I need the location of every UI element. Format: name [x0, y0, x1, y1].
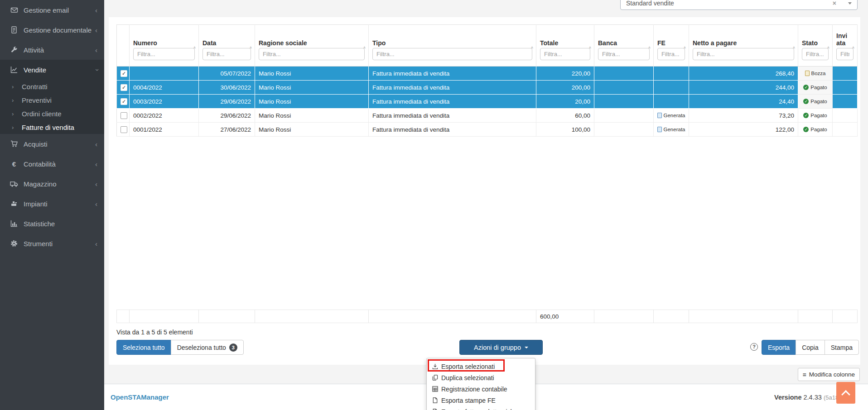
file-icon	[432, 397, 438, 403]
truck-icon	[9, 181, 19, 187]
status-badge: Pagato	[810, 113, 827, 118]
view-select[interactable]: Standard vendite ×	[620, 0, 858, 10]
filter-input-inviata[interactable]	[836, 48, 854, 60]
brand-link[interactable]: OpenSTAManager	[111, 393, 169, 401]
column-header-banca[interactable]: Banca ▲	[594, 25, 654, 67]
sidebar-item-magazzino[interactable]: Magazzino ‹	[0, 174, 104, 194]
data-cell: 29/06/2022	[199, 109, 255, 123]
column-header-inviata[interactable]: Inviata ▲	[833, 25, 858, 67]
sidebar-item-statistiche[interactable]: Statistiche	[0, 214, 104, 234]
deselect-all-button[interactable]: Deseleziona tutto 3	[171, 340, 244, 355]
filter-input-data[interactable]	[203, 48, 251, 60]
copy-button[interactable]: Copia	[796, 340, 825, 355]
sort-icon: ▲	[193, 45, 197, 49]
menu-item-registrazione-contabile[interactable]: Registrazione contabile	[427, 383, 535, 395]
sidebar-item-ordini-cliente[interactable]: › Ordini cliente	[0, 107, 104, 120]
banca-cell	[594, 95, 654, 109]
column-header-netto-a-pagare[interactable]: Netto a pagare ▲	[689, 25, 798, 67]
column-header-ragione-sociale[interactable]: Ragione sociale ▲	[255, 25, 369, 67]
filter-input-fe[interactable]	[657, 48, 685, 60]
numero-cell: 0001/2022	[130, 123, 199, 137]
chevron-up-icon	[841, 390, 850, 399]
menu-item-esporta-fatture-elettroniche[interactable]: Esporta fatture elettroniche	[427, 406, 535, 410]
table-row[interactable]: ✓ 0003/2022 29/06/2022 Mario Rossi Fattu…	[117, 95, 858, 109]
column-header-data[interactable]: Data ▲	[199, 25, 255, 67]
menu-item-esporta-stampe-fe[interactable]: Esporta stampe FE	[427, 395, 535, 406]
chevron-left-icon: ‹	[95, 200, 97, 207]
sidebar-item-label: Gestione documentale	[24, 26, 92, 34]
export-button[interactable]: Esporta	[762, 340, 796, 355]
filter-input-numero[interactable]	[133, 48, 195, 60]
column-header-totale[interactable]: Totale ▲	[536, 25, 594, 67]
chevron-down-icon[interactable]	[848, 2, 852, 5]
data-cell: 30/06/2022	[199, 81, 255, 95]
sidebar-subitem-label: Ordini cliente	[22, 110, 62, 118]
table-row[interactable]: 0002/2022 29/06/2022 Mario Rossi Fattura…	[117, 109, 858, 123]
row-checkbox[interactable]	[121, 112, 127, 119]
table-row[interactable]: 0001/2022 27/06/2022 Mario Rossi Fattura…	[117, 123, 858, 137]
sidebar-item-impianti[interactable]: Impianti ‹	[0, 194, 104, 214]
stato-cell: ✓Pagato	[798, 123, 833, 137]
totals-row: 600,00	[116, 310, 858, 323]
line-chart-icon	[9, 66, 19, 73]
row-checkbox[interactable]	[121, 126, 127, 133]
numero-cell	[130, 67, 199, 81]
fe-badge: Generata	[664, 127, 685, 132]
filter-input-banca[interactable]	[598, 48, 650, 60]
sidebar-item-label: Impianti	[24, 200, 48, 208]
filter-input-netto[interactable]	[693, 48, 794, 60]
stato-cell: ✓Pagato	[798, 95, 833, 109]
sidebar-subitem-label: Fatture di vendita	[22, 124, 74, 131]
fe-cell	[654, 95, 689, 109]
filter-input-ragione-sociale[interactable]	[259, 48, 365, 60]
filter-input-stato[interactable]	[802, 48, 829, 60]
fe-cell	[654, 81, 689, 95]
group-actions-button[interactable]: Azioni di gruppo	[459, 340, 543, 355]
sidebar-item-gestione-email[interactable]: Gestione email ‹	[0, 0, 104, 20]
tipo-cell: Fattura immediata di vendita	[369, 81, 536, 95]
row-checkbox-checked[interactable]: ✓	[121, 70, 127, 77]
scroll-to-top-button[interactable]	[836, 382, 855, 404]
sort-icon: ▲	[792, 45, 796, 49]
clear-icon[interactable]: ×	[833, 0, 836, 7]
column-header-numero[interactable]: Numero ▲	[130, 25, 199, 67]
row-checkbox-checked[interactable]: ✓	[121, 98, 127, 105]
sidebar-item-contabilita[interactable]: € Contabilità ‹	[0, 154, 104, 174]
sidebar-item-acquisti[interactable]: Acquisti ‹	[0, 134, 104, 154]
grid-icon	[432, 386, 438, 392]
help-icon[interactable]: ?	[750, 343, 758, 351]
menu-item-esporta-selezionati[interactable]: Esporta selezionati	[427, 361, 535, 372]
status-badge: Pagato	[810, 85, 827, 90]
document-icon	[9, 26, 19, 33]
sidebar-subitem-label: Preventivi	[22, 96, 52, 104]
table-header-row: Numero ▲ Data ▲ Ragione sociale ▲ Tipo ▲…	[117, 25, 858, 67]
sidebar-item-gestione-documentale[interactable]: Gestione documentale ‹	[0, 20, 104, 40]
table-row[interactable]: ✓ 05/07/2022 Mario Rossi Fattura immedia…	[117, 67, 858, 81]
print-button[interactable]: Stampa	[825, 340, 859, 355]
inviata-cell	[833, 109, 858, 123]
copy-icon	[432, 375, 438, 381]
chevron-left-icon: ‹	[95, 27, 97, 33]
edit-columns-button[interactable]: ≡ Modifica colonne	[798, 368, 860, 381]
sidebar-item-vendite[interactable]: Vendite ‹	[0, 60, 104, 80]
filter-input-totale[interactable]	[540, 48, 590, 60]
row-checkbox-checked[interactable]: ✓	[121, 84, 127, 91]
ragione-sociale-cell: Mario Rossi	[255, 123, 369, 137]
table-row[interactable]: ✓ 0004/2022 30/06/2022 Mario Rossi Fattu…	[117, 81, 858, 95]
status-badge: Pagato	[810, 99, 827, 104]
ragione-sociale-cell: Mario Rossi	[255, 95, 369, 109]
sidebar-item-attivita[interactable]: Attività ‹	[0, 40, 104, 60]
banca-cell	[594, 123, 654, 137]
sidebar-item-fatture-di-vendita[interactable]: › Fatture di vendita	[0, 120, 104, 134]
select-all-button[interactable]: Seleziona tutto	[116, 340, 171, 355]
sidebar-item-strumenti[interactable]: Strumenti ‹	[0, 234, 104, 253]
sidebar-item-contratti[interactable]: › Contratti	[0, 80, 104, 93]
data-cell: 29/06/2022	[199, 95, 255, 109]
menu-item-duplica-selezionati[interactable]: Duplica selezionati	[427, 372, 535, 383]
column-header-stato[interactable]: Stato ▲	[798, 25, 833, 67]
sidebar-item-preventivi[interactable]: › Preventivi	[0, 93, 104, 107]
column-header-fe[interactable]: FE ▲	[654, 25, 689, 67]
column-header-tipo[interactable]: Tipo ▲	[369, 25, 536, 67]
totale-sum: 600,00	[536, 310, 594, 323]
filter-input-tipo[interactable]	[372, 48, 532, 60]
